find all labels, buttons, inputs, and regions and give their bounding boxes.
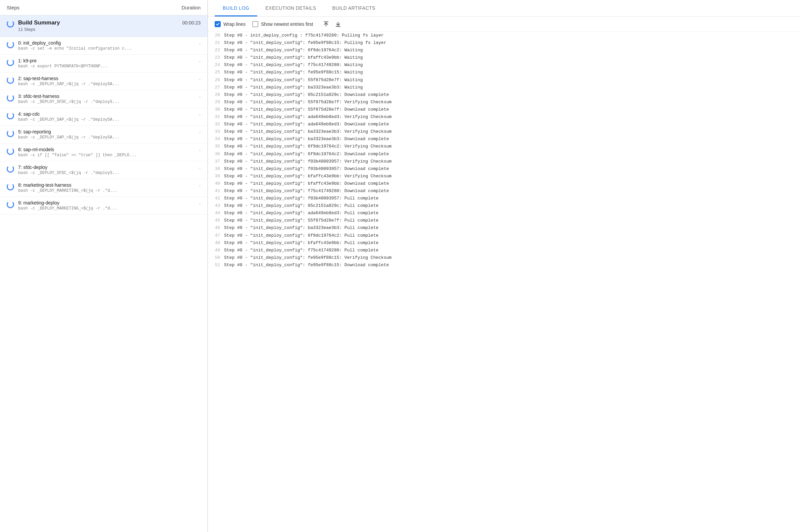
log-line: 33 Step #0 - "init_deploy_config": ba332… [211, 128, 797, 135]
log-line-num: 45 [211, 217, 224, 224]
tab-execution-details[interactable]: EXECUTION DETAILS [257, 0, 324, 16]
log-line-text: Step #0 - "init_deploy_config": f75c4174… [224, 247, 378, 254]
log-line-text: Step #0 - "init_deploy_config": ada649eb… [224, 113, 391, 121]
log-line-num: 47 [211, 232, 224, 239]
log-line-text: Step #0 - "init_deploy_config": 6f9dc197… [224, 232, 378, 239]
step-item-name: 3: sfdc-test-harness [18, 94, 195, 99]
tab-build-artifacts[interactable]: BUILD ARTIFACTS [324, 0, 384, 16]
steps-header: Steps Duration [0, 0, 207, 15]
log-line-text: Step #0 - "init_deploy_config": f75c4174… [224, 187, 389, 195]
step-item-duration: - [199, 165, 201, 170]
log-line-text: Step #0 - "init_deploy_config": ada649eb… [224, 210, 378, 217]
step-spinner-icon [7, 148, 14, 155]
step-item[interactable]: 8: marketing-test-harness bash -c _DEPLO… [0, 179, 207, 197]
duration-label: Duration [182, 5, 201, 11]
step-item-name: 9: marketing-deploy [18, 200, 195, 206]
step-item-name: 5: sap-reporting [18, 129, 195, 134]
log-line-text: Step #0 - "init_deploy_config": bfaffc43… [224, 54, 362, 61]
step-item-cmd: bash -c _DEPLOY_SAP_=$(jq -r ."deploySA.… [18, 82, 195, 87]
log-line-text: Step #0 - "init_deploy_config": fe95e9f8… [224, 69, 362, 76]
download-button[interactable] [335, 21, 341, 27]
step-item[interactable]: 2: sap-test-harness bash -c _DEPLOY_SAP_… [0, 72, 207, 90]
log-line-num: 20 [211, 32, 224, 39]
step-item[interactable]: 6: sap-ml-models bash -c if [[ "false" =… [0, 144, 207, 161]
log-line-num: 35 [211, 143, 224, 150]
log-line-text: Step #0 - "init_deploy_config": ba3323ea… [224, 135, 389, 143]
log-line: 47 Step #0 - "init_deploy_config": 6f9dc… [211, 232, 797, 239]
log-line-text: Step #0 - "init_deploy_config": ba3323ea… [224, 224, 378, 232]
step-item-cmd: bash -c _DEPLOY_MARKETING_=$(jq -r ."d..… [18, 188, 195, 193]
step-item[interactable]: 3: sfdc-test-harness bash -c _DEPLOY_SFD… [0, 90, 207, 108]
step-item-cmd: bash -c if [[ "false" == "true" ]] then … [18, 153, 195, 157]
step-item-duration: - [199, 76, 201, 81]
log-line-text: Step #0 - "init_deploy_config": bfaffc43… [224, 180, 389, 187]
log-content[interactable]: 20 Step #0 - init_deploy_config : f75c41… [208, 32, 800, 532]
log-line: 45 Step #0 - "init_deploy_config": 55f87… [211, 217, 797, 224]
log-line-num: 26 [211, 76, 224, 84]
log-line-num: 48 [211, 239, 224, 247]
step-item[interactable]: 7: sfdc-deploy bash -c _DEPLOY_SFDC_=$(j… [0, 161, 207, 179]
log-line: 23 Step #0 - "init_deploy_config": bfaff… [211, 54, 797, 61]
scroll-to-top-button[interactable] [323, 21, 329, 27]
step-item-duration: - [199, 41, 201, 46]
step-item-name: 8: marketing-test-harness [18, 182, 195, 188]
log-line: 38 Step #0 - "init_deploy_config": f03b4… [211, 165, 797, 173]
log-line-num: 31 [211, 113, 224, 121]
show-newest-label[interactable]: Show newest entries first [252, 21, 313, 27]
step-item-name: 0: init_deploy_config [18, 40, 195, 45]
log-line: 48 Step #0 - "init_deploy_config": bfaff… [211, 239, 797, 247]
tab-build-log[interactable]: BUILD LOG [215, 0, 257, 16]
build-summary-row[interactable]: Build Summary 11 Steps 00:00:23 [0, 15, 207, 37]
step-item-cmd: bash -c _DEPLOY_SFDC_=$(jq -r ."deployS.… [18, 171, 195, 175]
wrap-lines-checkbox[interactable] [215, 21, 221, 27]
step-spinner-icon [7, 201, 14, 208]
log-line: 37 Step #0 - "init_deploy_config": f03b4… [211, 158, 797, 165]
log-line-text: Step #0 - "init_deploy_config": 05c2151a… [224, 91, 389, 98]
step-spinner-icon [7, 183, 14, 190]
step-item-name: 4: sap-cdc [18, 111, 195, 117]
log-line-text: Step #0 - "init_deploy_config": bfaffc43… [224, 173, 391, 180]
log-line-text: Step #0 - "init_deploy_config": f75c4174… [224, 61, 362, 69]
step-item-duration: - [199, 130, 201, 135]
step-item-cmd: bash -c _DEPLOY_SFDC_=$(jq -r ."deployS.… [18, 99, 195, 104]
step-item-content: 8: marketing-test-harness bash -c _DEPLO… [18, 182, 195, 193]
log-line-num: 32 [211, 121, 224, 128]
log-line: 30 Step #0 - "init_deploy_config": 55f87… [211, 106, 797, 113]
log-line: 29 Step #0 - "init_deploy_config": 55f87… [211, 98, 797, 106]
step-item-cmd: bash -c export PYTHONPATH=$PYTHONP... [18, 64, 195, 69]
log-line-num: 34 [211, 135, 224, 143]
step-spinner-icon [7, 76, 14, 84]
log-line-num: 42 [211, 195, 224, 202]
spinner-icon [7, 20, 14, 27]
log-line: 34 Step #0 - "init_deploy_config": ba332… [211, 135, 797, 143]
log-line-text: Step #0 - "init_deploy_config": f03b4009… [224, 158, 391, 165]
log-line-text: Step #0 - "init_deploy_config": fe95e9f8… [224, 254, 391, 262]
log-line-num: 39 [211, 173, 224, 180]
log-line-num: 49 [211, 247, 224, 254]
log-line-text: Step #0 - "init_deploy_config": 6f9dc197… [224, 151, 389, 158]
log-line: 20 Step #0 - init_deploy_config : f75c41… [211, 32, 797, 39]
step-item[interactable]: 4: sap-cdc bash -c _DEPLOY_SAP_=$(jq -r … [0, 108, 207, 126]
build-summary-duration: 00:00:23 [183, 20, 201, 25]
step-item[interactable]: 9: marketing-deploy bash -c _DEPLOY_MARK… [0, 197, 207, 214]
log-line: 50 Step #0 - "init_deploy_config": fe95e… [211, 254, 797, 262]
show-newest-checkbox[interactable] [252, 21, 258, 27]
log-line: 40 Step #0 - "init_deploy_config": bfaff… [211, 180, 797, 187]
step-item-duration: - [199, 94, 201, 99]
build-summary-content: Build Summary 11 Steps [18, 19, 179, 32]
step-item-duration: - [199, 201, 201, 206]
log-line: 25 Step #0 - "init_deploy_config": fe95e… [211, 69, 797, 76]
log-line: 42 Step #0 - "init_deploy_config": f03b4… [211, 195, 797, 202]
step-spinner-icon [7, 59, 14, 66]
step-item[interactable]: 0: init_deploy_config bash -c set -e ech… [0, 37, 207, 55]
step-item[interactable]: 1: k9-pre bash -c export PYTHONPATH=$PYT… [0, 55, 207, 72]
log-line-num: 38 [211, 165, 224, 173]
step-spinner-icon [7, 112, 14, 119]
log-line-text: Step #0 - "init_deploy_config": bfaffc43… [224, 239, 378, 247]
step-spinner-icon [7, 130, 14, 137]
log-line-num: 25 [211, 69, 224, 76]
wrap-lines-label[interactable]: Wrap lines [215, 21, 245, 27]
step-item[interactable]: 5: sap-reporting bash -c _DEPLOY_SAP_=$(… [0, 126, 207, 144]
log-line: 27 Step #0 - "init_deploy_config": ba332… [211, 84, 797, 91]
build-summary-sub: 11 Steps [18, 27, 179, 32]
